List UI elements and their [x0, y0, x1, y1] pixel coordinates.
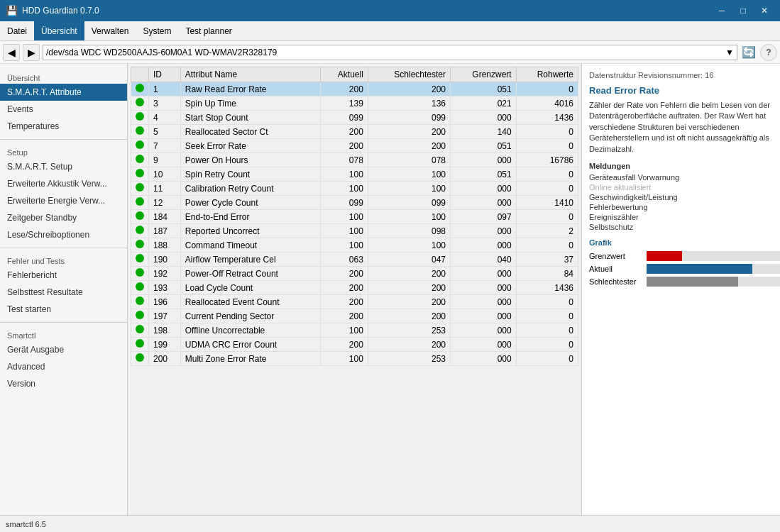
status-dot-1 [136, 98, 144, 106]
table-row[interactable]: 9Power On Hours07807800016786 [131, 153, 578, 167]
row-status-17 [131, 323, 149, 338]
status-dot-2 [136, 112, 144, 121]
status-dot-19 [136, 353, 144, 362]
row-aktuell-17: 100 [321, 323, 368, 338]
row-aktuell-18: 200 [321, 338, 368, 352]
maximize-button[interactable]: □ [733, 4, 753, 18]
row-schlechtester-5: 078 [368, 153, 450, 167]
table-row[interactable]: 5Reallocated Sector Ct2002001400 [131, 125, 578, 139]
row-id-16: 197 [149, 309, 181, 323]
row-id-17: 198 [149, 323, 181, 338]
table-row[interactable]: 192Power-Off Retract Count20020000084 [131, 267, 578, 281]
row-rohwerte-5: 16786 [516, 153, 578, 167]
sidebar-item-smart-setup[interactable]: S.M.A.R.T. Setup [0, 158, 127, 175]
row-status-8 [131, 196, 149, 210]
row-name-0: Raw Read Error Rate [180, 82, 321, 96]
meldung-item-3: Fehlerbewertung [589, 203, 780, 211]
row-schlechtester-16: 200 [368, 309, 450, 323]
table-row[interactable]: 12Power Cycle Count0990990001410 [131, 196, 578, 210]
table-row[interactable]: 197Current Pending Sector2002000000 [131, 309, 578, 323]
table-area: ID Attribut Name Aktuell Schlechtester G… [128, 64, 581, 515]
table-row[interactable]: 188Command Timeout1001000000 [131, 238, 578, 253]
status-dot-10 [136, 226, 144, 234]
row-rohwerte-11: 0 [516, 238, 578, 253]
row-aktuell-12: 063 [321, 253, 368, 267]
meldungen-list: Geräteausfall VorwarnungOnline aktualisi… [589, 173, 780, 231]
row-schlechtester-9: 100 [368, 210, 450, 224]
row-id-5: 9 [149, 153, 181, 167]
sidebar-item-ausgabe[interactable]: Gerät Ausgabe [0, 341, 127, 358]
menu-item-übersicht[interactable]: Übersicht [34, 21, 84, 40]
status-dot-8 [136, 197, 144, 206]
row-aktuell-19: 100 [321, 352, 368, 366]
col-status [131, 67, 149, 82]
table-row[interactable]: 200Multi Zone Error Rate1002530000 [131, 352, 578, 366]
sidebar-item-selbsttest[interactable]: Selbsttest Resultate [0, 284, 127, 301]
meldung-item-2: Geschwindigkeit/Leistung [589, 193, 780, 201]
menu-item-system[interactable]: System [136, 21, 178, 40]
minimize-button[interactable]: ─ [712, 4, 732, 18]
sidebar-item-temperatures[interactable]: Temperatures [0, 118, 127, 135]
close-button[interactable]: ✕ [754, 4, 774, 18]
table-row[interactable]: 198Offline Uncorrectable1002530000 [131, 323, 578, 338]
row-grenzwert-11: 000 [451, 238, 517, 253]
sidebar-item-events[interactable]: Events [0, 101, 127, 118]
table-row[interactable]: 199UDMA CRC Error Count2002000000 [131, 338, 578, 352]
menu-item-test-planner[interactable]: Test planner [178, 21, 238, 40]
row-id-4: 7 [149, 139, 181, 153]
row-id-14: 193 [149, 281, 181, 295]
row-rohwerte-19: 0 [516, 352, 578, 366]
toolbar: ◀ ▶ /dev/sda WDC WD2500AAJS-60M0A1 WD-WM… [0, 41, 780, 64]
back-button[interactable]: ◀ [3, 44, 20, 61]
sidebar-item-energie[interactable]: Erweiterte Energie Verw... [0, 192, 127, 209]
row-rohwerte-4: 0 [516, 139, 578, 153]
table-row[interactable]: 3Spin Up Time1391360214016 [131, 96, 578, 111]
row-aktuell-2: 099 [321, 111, 368, 125]
content-area: ID Attribut Name Aktuell Schlechtester G… [128, 64, 780, 515]
row-status-15 [131, 295, 149, 309]
row-name-10: Reported Uncorrect [180, 224, 321, 238]
sidebar-item-advanced[interactable]: Advanced [0, 358, 127, 375]
menu-item-verwalten[interactable]: Verwalten [84, 21, 136, 40]
forward-button[interactable]: ▶ [23, 44, 40, 61]
table-row[interactable]: 10Spin Retry Count1001000510 [131, 167, 578, 182]
row-status-4 [131, 139, 149, 153]
row-rohwerte-7: 0 [516, 182, 578, 196]
sidebar-item-smart[interactable]: S.M.A.R.T. Attribute [0, 84, 127, 101]
sidebar-divider-2 [0, 248, 127, 248]
row-schlechtester-12: 047 [368, 253, 450, 267]
sidebar-item-fehlerbericht[interactable]: Fehlerbericht [0, 267, 127, 284]
row-aktuell-11: 100 [321, 238, 368, 253]
sidebar-item-test[interactable]: Test starten [0, 301, 127, 318]
row-grenzwert-14: 000 [451, 281, 517, 295]
row-id-7: 11 [149, 182, 181, 196]
sidebar-item-lese[interactable]: Lese/Schreiboptionen [0, 226, 127, 243]
table-row[interactable]: 184End-to-End Error1001000970 [131, 210, 578, 224]
device-selector[interactable]: /dev/sda WDC WD2500AAJS-60M0A1 WD-WMAV2R… [43, 45, 737, 60]
table-row[interactable]: 193Load Cycle Count2002000001436 [131, 281, 578, 295]
table-row[interactable]: 196Reallocated Event Count2002000000 [131, 295, 578, 309]
attr-description: Zähler der Rate von Fehlern die beim Les… [589, 100, 780, 155]
row-id-13: 192 [149, 267, 181, 281]
chart-row-label-2: Schlechtester [589, 277, 642, 286]
sidebar-item-version[interactable]: Version [0, 375, 127, 392]
status-dot-16 [136, 311, 144, 319]
row-name-13: Power-Off Retract Count [180, 267, 321, 281]
dropdown-arrow: ▼ [725, 48, 734, 57]
table-row[interactable]: 4Start Stop Count0990990001436 [131, 111, 578, 125]
row-name-5: Power On Hours [180, 153, 321, 167]
sidebar-item-akkustik[interactable]: Erweiterte Akkustik Verw... [0, 175, 127, 192]
table-row[interactable]: 7Seek Error Rate2002000510 [131, 139, 578, 153]
row-name-8: Power Cycle Count [180, 196, 321, 210]
table-row[interactable]: 190Airflow Temperature Cel06304704037 [131, 253, 578, 267]
table-row[interactable]: 1Raw Read Error Rate2002000510 [131, 82, 578, 96]
table-row[interactable]: 187Reported Uncorrect1000980002 [131, 224, 578, 238]
refresh-button[interactable]: 🔄 [740, 44, 757, 61]
status-dot-12 [136, 254, 144, 262]
row-name-19: Multi Zone Error Rate [180, 352, 321, 366]
help-button[interactable]: ? [760, 44, 777, 61]
menu-item-datei[interactable]: Datei [0, 21, 34, 40]
table-row[interactable]: 11Calibration Retry Count1001000000 [131, 182, 578, 196]
row-status-2 [131, 111, 149, 125]
sidebar-item-zeitgeber[interactable]: Zeitgeber Standby [0, 209, 127, 226]
